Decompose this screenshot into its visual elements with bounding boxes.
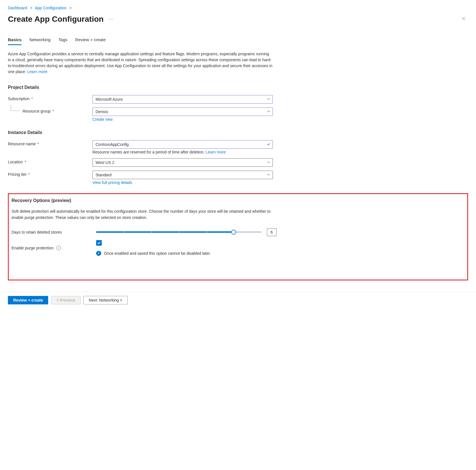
learn-more-link[interactable]: Learn more	[27, 69, 48, 74]
resource-group-select[interactable]: Demos	[92, 107, 273, 116]
more-actions-icon[interactable]: ···	[109, 17, 113, 22]
pricing-tier-label: Pricing tier*	[8, 171, 92, 177]
purge-protection-checkbox[interactable]	[96, 240, 102, 246]
chevron-right-icon: >	[69, 6, 72, 10]
view-pricing-link[interactable]: View full pricing details	[92, 180, 132, 185]
next-button[interactable]: Next: Networking >	[83, 296, 128, 304]
recovery-options-section: Recovery Options (preview) Soft delete p…	[8, 193, 468, 280]
info-icon[interactable]: i	[56, 246, 61, 250]
resource-name-label: Resource name*	[8, 140, 92, 146]
intro-text: Azure App Configuration provides a servi…	[8, 51, 273, 75]
chevron-down-icon	[267, 97, 270, 102]
instance-details-heading: Instance Details	[8, 130, 468, 135]
resource-name-input[interactable]: ContosoAppConfig	[92, 140, 273, 149]
chevron-right-icon: >	[30, 6, 32, 10]
footer-actions: Review + create < Previous Next: Network…	[0, 292, 476, 308]
days-retain-value[interactable]: 6	[267, 228, 276, 236]
purge-protection-label: Enable purge protection i	[12, 246, 96, 250]
info-icon: i	[96, 251, 101, 256]
tab-review-create[interactable]: Review + create	[75, 35, 106, 45]
breadcrumb: Dashboard > App Configuration >	[8, 6, 468, 10]
tabs: Basics Networking Tags Review + create	[8, 35, 468, 45]
tab-tags[interactable]: Tags	[58, 35, 67, 45]
project-details-heading: Project Details	[8, 85, 468, 90]
page-title: Create App Configuration	[8, 15, 104, 24]
subscription-label: Subscription*	[8, 95, 92, 101]
recovery-description: Soft delete protection will automaticall…	[12, 208, 276, 221]
breadcrumb-app-configuration[interactable]: App Configuration	[35, 6, 67, 10]
chevron-down-icon	[267, 173, 270, 177]
slider-thumb[interactable]	[231, 230, 236, 235]
tab-networking[interactable]: Networking	[29, 35, 50, 45]
days-retain-slider[interactable]	[96, 229, 262, 235]
review-create-button[interactable]: Review + create	[8, 296, 48, 304]
create-new-link[interactable]: Create new	[92, 117, 113, 122]
recovery-options-heading: Recovery Options (preview)	[12, 198, 464, 203]
tab-basics[interactable]: Basics	[8, 35, 21, 45]
subscription-select[interactable]: Microsoft Azure	[92, 95, 273, 104]
chevron-down-icon	[267, 109, 270, 114]
previous-button: < Previous	[51, 296, 81, 304]
check-icon	[267, 142, 270, 147]
days-retain-label: Days to retain deleted stores	[12, 230, 96, 234]
purge-protection-info: Once enabled and saved this option canno…	[104, 251, 211, 256]
learn-more-link[interactable]: Learn more	[206, 150, 226, 154]
resource-group-label: Resource group*	[8, 107, 92, 113]
location-select[interactable]: West US 2	[92, 158, 273, 167]
resource-name-helper: Resource names are reserved for a period…	[92, 150, 273, 154]
location-label: Location*	[8, 158, 92, 164]
pricing-tier-select[interactable]: Standard	[92, 171, 273, 179]
close-icon[interactable]	[459, 15, 468, 23]
chevron-down-icon	[267, 160, 270, 165]
breadcrumb-dashboard[interactable]: Dashboard	[8, 6, 27, 10]
